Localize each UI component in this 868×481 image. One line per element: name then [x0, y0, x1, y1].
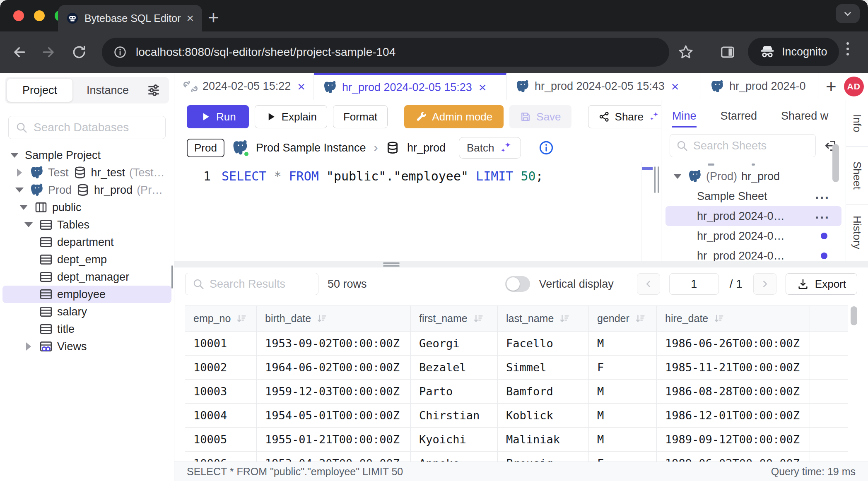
bookmark-star-icon[interactable]: [678, 44, 694, 60]
explain-button[interactable]: Explain: [255, 105, 327, 128]
back-icon[interactable]: [12, 44, 27, 60]
caret-down-icon[interactable]: [13, 188, 26, 192]
column-header-hire_date[interactable]: hire_date: [657, 306, 810, 332]
forward-icon[interactable]: [41, 44, 56, 60]
side-panel-icon[interactable]: [720, 44, 735, 60]
search-sheets-input[interactable]: Search Sheets: [670, 134, 816, 157]
table-cell[interactable]: Parto: [411, 380, 498, 404]
table-cell[interactable]: 1986-06-26T00:00:00Z: [657, 332, 810, 356]
table-cell[interactable]: 10004: [185, 404, 257, 428]
table-row[interactable]: 100031959-12-03T00:00:00ZPartoBamfordM19…: [185, 380, 848, 404]
table-cell[interactable]: 1953-09-02T00:00:00Z: [257, 332, 411, 356]
batch-button[interactable]: Batch: [459, 137, 521, 159]
table-cell[interactable]: 1954-05-01T00:00:00Z: [257, 404, 411, 428]
prev-page-button[interactable]: [637, 273, 660, 295]
run-button[interactable]: Run: [187, 105, 249, 128]
table-row[interactable]: 100021964-06-02T00:00:00ZBezalelSimmelF1…: [185, 356, 848, 380]
tree-item-table-title[interactable]: title: [2, 320, 171, 338]
filter-sliders-icon[interactable]: [146, 82, 162, 98]
tab-project[interactable]: Project: [7, 79, 72, 102]
sheet-item-sheet-selected[interactable]: hr_prod 2024-0…...: [665, 206, 841, 226]
sheet-item-group-prod-hr-prod[interactable]: (Prod)hr_prod: [665, 166, 841, 186]
table-cell[interactable]: F: [589, 452, 657, 462]
table-cell[interactable]: 10001: [185, 332, 257, 356]
table-cell[interactable]: Simmel: [498, 356, 589, 380]
tree-item-tables-group[interactable]: Tables: [2, 216, 171, 233]
column-header-gender[interactable]: gender: [589, 306, 657, 332]
tree-item-table-dept-manager[interactable]: dept_manager: [2, 268, 171, 286]
tree-item-sample-project[interactable]: Sample Project: [2, 147, 171, 164]
tab-search-button[interactable]: [836, 4, 860, 23]
tree-item-schema-public[interactable]: public: [2, 199, 171, 216]
address-bar[interactable]: localhost:8080/sql-editor/sheet/project-…: [102, 38, 669, 67]
column-header-birth_date[interactable]: birth_date: [257, 306, 411, 332]
tab-mine[interactable]: Mine: [672, 110, 697, 127]
close-tab-icon[interactable]: ×: [479, 81, 487, 94]
search-databases-input[interactable]: Search Databases: [8, 116, 166, 139]
table-cell[interactable]: F: [589, 356, 657, 380]
table-cell[interactable]: 10003: [185, 380, 257, 404]
table-cell[interactable]: M: [589, 332, 657, 356]
table-cell[interactable]: 1989-09-12T00:00:00Z: [657, 428, 810, 452]
page-number-input[interactable]: 1: [669, 273, 719, 295]
editor-tab-2[interactable]: hr_prod 2024-02-05 15:23×: [314, 73, 506, 100]
table-cell[interactable]: 1985-11-21T00:00:00Z: [657, 356, 810, 380]
table-cell[interactable]: M: [589, 380, 657, 404]
tab-history[interactable]: History: [846, 204, 868, 260]
caret-right-icon[interactable]: [13, 168, 26, 177]
table-row[interactable]: 100011953-09-02T00:00:00ZGeorgiFacelloM1…: [185, 332, 848, 356]
reload-icon[interactable]: [71, 44, 87, 60]
tree-item-table-employee[interactable]: employee: [2, 286, 171, 303]
vertical-display-toggle[interactable]: [505, 276, 530, 292]
share-button[interactable]: Share: [588, 105, 670, 128]
user-avatar[interactable]: AD: [844, 77, 864, 96]
table-cell[interactable]: Koblick: [498, 404, 589, 428]
table-cell[interactable]: 1986-08-28T00:00:00Z: [657, 380, 810, 404]
table-cell[interactable]: M: [589, 404, 657, 428]
table-cell[interactable]: 10006: [185, 452, 257, 462]
instance-name[interactable]: Prod Sample Instance: [256, 142, 366, 154]
table-row[interactable]: 100041954-05-01T00:00:00ZChirstianKoblic…: [185, 404, 848, 428]
table-cell[interactable]: 10005: [185, 428, 257, 452]
editor-tab-4[interactable]: hr_prod 2024-0: [701, 73, 818, 100]
caret-down-icon[interactable]: [8, 153, 21, 158]
caret-down-icon[interactable]: [671, 174, 684, 179]
minimize-window-button[interactable]: [34, 10, 45, 21]
table-cell[interactable]: Bamford: [498, 380, 589, 404]
new-sheet-tab-button[interactable]: +: [826, 76, 837, 97]
column-header-first_name[interactable]: first_name: [411, 306, 498, 332]
tab-sheet[interactable]: Sheet: [846, 147, 868, 204]
results-scrollbar[interactable]: [851, 306, 857, 325]
site-info-icon[interactable]: [113, 46, 127, 59]
tree-item-views-group[interactable]: Views: [2, 338, 171, 355]
table-cell[interactable]: Georgi: [411, 332, 498, 356]
table-cell[interactable]: 1953-04-20T00:00:00Z: [257, 452, 411, 462]
connection-info-icon[interactable]: [538, 140, 554, 156]
sql-code-editor[interactable]: 1 SELECT * FROM "public"."employee" LIMI…: [174, 162, 661, 261]
tab-starred[interactable]: Starred: [721, 110, 757, 127]
new-browser-tab-button[interactable]: +: [208, 6, 219, 29]
tree-item-table-department[interactable]: department: [2, 233, 171, 251]
tab-instance[interactable]: Instance: [72, 84, 143, 97]
caret-right-icon[interactable]: [22, 342, 35, 351]
table-cell[interactable]: Anneke: [411, 452, 498, 462]
table-cell[interactable]: Maliniak: [498, 428, 589, 452]
save-button[interactable]: Save: [509, 105, 571, 128]
caret-down-icon[interactable]: [22, 222, 35, 227]
close-tab-icon[interactable]: ×: [297, 80, 305, 93]
results-resize-handle[interactable]: [383, 262, 400, 267]
tab-info[interactable]: Info: [846, 100, 868, 147]
column-header-last_name[interactable]: last_name: [498, 306, 589, 332]
table-cell[interactable]: 1955-01-21T00:00:00Z: [257, 428, 411, 452]
format-button[interactable]: Format: [333, 105, 388, 128]
close-tab-icon[interactable]: ×: [671, 80, 679, 93]
sheet-menu-icon[interactable]: ...: [815, 194, 830, 198]
column-header-emp_no[interactable]: emp_no: [185, 306, 257, 332]
tree-item-table-salary[interactable]: salary: [2, 303, 171, 320]
sheet-list-scrollbar[interactable]: [832, 144, 839, 182]
sheet-item-sheet-unsaved-2[interactable]: hr_prod 2024-0…: [665, 246, 841, 261]
editor-tab-1[interactable]: 2024-02-05 15:22×: [174, 73, 314, 100]
next-page-button[interactable]: [753, 273, 776, 295]
sheet-item-sample-sheet[interactable]: Sample Sheet...: [665, 186, 841, 206]
export-button[interactable]: Export: [786, 273, 857, 295]
